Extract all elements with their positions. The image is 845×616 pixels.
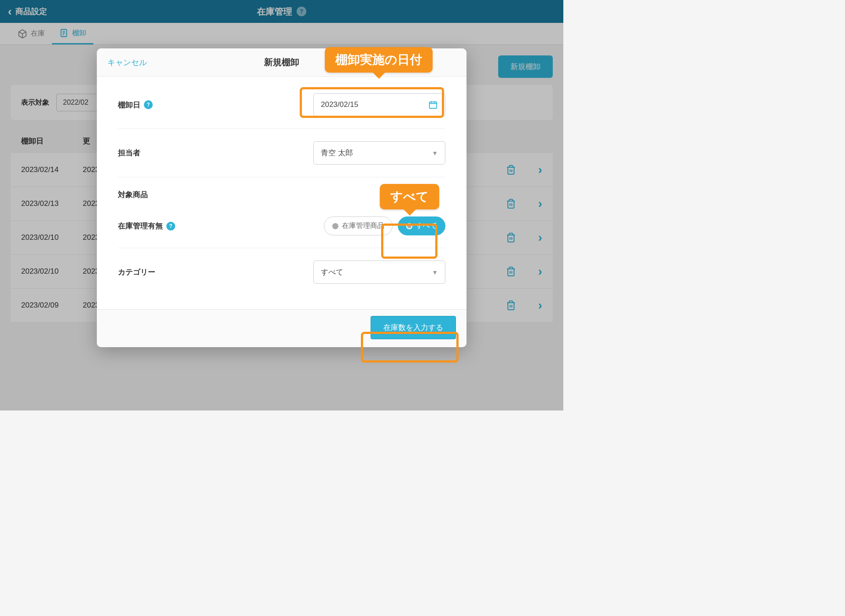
staff-select[interactable]: 青空 太郎 ▼ <box>313 141 445 165</box>
modal-title: 新規棚卸 <box>264 56 299 68</box>
form-row-staff: 担当者 青空 太郎 ▼ <box>118 129 445 177</box>
category-label: カテゴリー <box>118 267 155 277</box>
toggle-all[interactable]: すべて <box>398 216 445 235</box>
date-value: 2023/02/15 <box>321 100 358 109</box>
toggle-group: 在庫管理商品 すべて <box>324 216 445 235</box>
callout-all: すべて <box>380 184 439 209</box>
calendar-icon <box>428 100 438 110</box>
submit-button[interactable]: 在庫数を入力する <box>371 316 456 339</box>
toggle-label: 在庫管理有無 ? <box>118 221 175 231</box>
category-select[interactable]: すべて ▼ <box>313 260 445 284</box>
arrow-icon <box>403 209 416 216</box>
modal-footer: 在庫数を入力する <box>97 309 467 347</box>
date-label: 棚卸日 ? <box>118 100 153 110</box>
date-input[interactable]: 2023/02/15 <box>313 93 445 116</box>
help-icon[interactable]: ? <box>166 222 175 231</box>
svg-rect-1 <box>430 102 437 109</box>
form-row-stock-toggle: 在庫管理有無 ? 在庫管理商品 すべて <box>118 204 445 248</box>
form-row-date: 棚卸日 ? 2023/02/15 <box>118 81 445 129</box>
chevron-down-icon: ▼ <box>432 269 438 276</box>
radio-icon <box>406 223 412 229</box>
help-icon[interactable]: ? <box>144 100 153 109</box>
category-value: すべて <box>321 267 343 277</box>
chevron-down-icon: ▼ <box>432 150 438 157</box>
arrow-icon <box>372 72 386 79</box>
cancel-button[interactable]: キャンセル <box>107 57 147 68</box>
toggle-stock-managed[interactable]: 在庫管理商品 <box>324 216 393 235</box>
staff-value: 青空 太郎 <box>321 148 353 158</box>
form-row-category: カテゴリー すべて ▼ <box>118 248 445 296</box>
callout-date: 棚卸実施の日付 <box>325 47 433 73</box>
radio-icon <box>332 223 338 229</box>
staff-label: 担当者 <box>118 148 140 158</box>
